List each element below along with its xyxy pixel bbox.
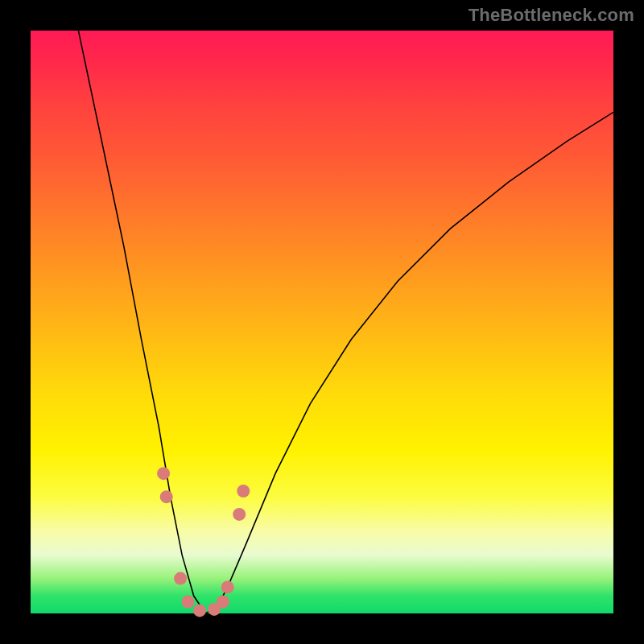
curve-marker	[221, 580, 234, 593]
curve-marker	[157, 467, 170, 480]
curve-markers	[157, 467, 250, 617]
curve-marker	[233, 508, 246, 521]
watermark-text: TheBottleneck.com	[469, 5, 634, 26]
curve-marker	[174, 572, 187, 585]
curve-marker	[160, 490, 173, 503]
curve-marker	[182, 596, 195, 609]
chart-frame: TheBottleneck.com	[0, 0, 644, 644]
curve-layer	[31, 31, 613, 613]
bottleneck-curve	[31, 0, 613, 613]
plot-area	[31, 31, 613, 613]
curve-marker	[237, 485, 250, 497]
curve-marker	[217, 596, 229, 609]
curve-marker	[193, 604, 206, 617]
